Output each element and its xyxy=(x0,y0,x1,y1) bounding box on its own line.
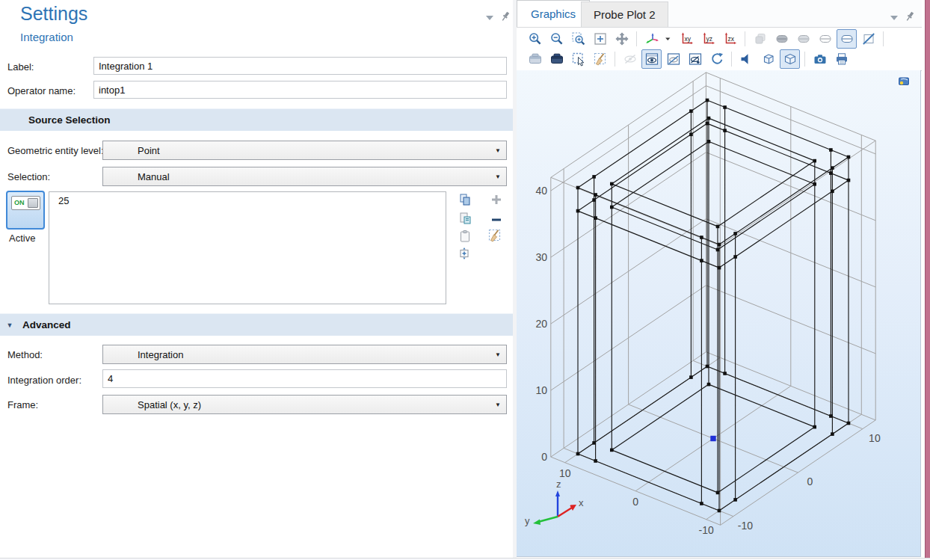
clear-selection-button[interactable] xyxy=(487,228,504,244)
svg-text:zx: zx xyxy=(727,35,734,43)
frame-select[interactable]: Spatial (x, y, z) ▼ xyxy=(102,395,507,414)
view-menu-chevron-icon xyxy=(664,31,674,46)
integration-order-caption: Integration order: xyxy=(7,375,81,386)
show-hidden-button[interactable] xyxy=(685,49,705,69)
orthographic-projection-button[interactable] xyxy=(758,49,778,69)
camera-snapshot-button[interactable] xyxy=(810,49,830,69)
zoom-in-icon xyxy=(528,31,543,46)
label-input[interactable] xyxy=(93,57,507,75)
scene-light-button[interactable] xyxy=(772,29,792,49)
print-button[interactable] xyxy=(831,49,852,69)
hide-selected-button[interactable] xyxy=(620,49,640,69)
scene-light-icon xyxy=(775,31,789,46)
view-hidden-button[interactable] xyxy=(663,49,683,69)
source-selection-header[interactable]: Source Selection xyxy=(0,108,513,131)
frame-caption: Frame: xyxy=(7,399,38,410)
z-axis-tick-label: 10 xyxy=(535,384,547,396)
method-caption: Method: xyxy=(7,349,43,360)
panel-menu-chevron-icon[interactable] xyxy=(484,11,495,25)
paste-selection-icon xyxy=(458,211,472,226)
view-zx-icon: zx xyxy=(723,31,738,46)
svg-text:z: z xyxy=(556,479,561,490)
method-select[interactable]: Integration ▼ xyxy=(102,345,507,364)
no-rendering-button[interactable] xyxy=(858,29,878,49)
view-xy-button[interactable]: xy xyxy=(677,29,697,49)
toolbar-separator xyxy=(636,31,637,46)
reset-hiding-button[interactable] xyxy=(706,49,727,69)
camera-snapshot-icon xyxy=(813,52,828,67)
toolbar-separator xyxy=(883,31,884,46)
sound-button[interactable] xyxy=(736,49,757,69)
transparency-button[interactable] xyxy=(793,29,813,49)
add-to-selection-button[interactable] xyxy=(489,192,505,209)
active-toggle-button[interactable]: ON xyxy=(6,191,45,230)
collapse-triangle-icon: ▼ xyxy=(0,321,19,329)
zoom-selected-button[interactable] xyxy=(568,29,588,49)
integration-order-input[interactable] xyxy=(102,369,507,388)
chevron-down-icon: ▼ xyxy=(495,173,501,180)
copy-selection-button[interactable] xyxy=(458,192,474,209)
collapsed-side-panel-strip[interactable] xyxy=(925,0,930,560)
selection-select[interactable]: Manual ▼ xyxy=(102,167,507,186)
go-to-default-view-button[interactable] xyxy=(641,29,662,49)
pin-icon[interactable] xyxy=(499,10,511,25)
chevron-down-icon: ▼ xyxy=(495,147,501,154)
view-unhidden-button[interactable] xyxy=(641,49,662,69)
comsol-logo-icon[interactable] xyxy=(897,76,911,87)
geometric-entity-select[interactable]: Point ▼ xyxy=(102,141,507,160)
toggle-knob xyxy=(28,198,38,208)
paste-selection-button[interactable] xyxy=(458,211,474,227)
view-zx-button[interactable]: zx xyxy=(720,29,740,49)
view-menu-chevron-button[interactable] xyxy=(663,29,675,49)
zoom-to-selection-button[interactable] xyxy=(457,246,473,262)
select-box-button[interactable] xyxy=(568,49,588,69)
operator-name-caption: Operator name: xyxy=(7,85,76,96)
clipboard-button[interactable] xyxy=(458,229,474,245)
remove-from-selection-button[interactable] xyxy=(489,212,505,229)
wireframe-button[interactable] xyxy=(815,29,835,49)
tab-probe-plot-2[interactable]: Probe Plot 2 xyxy=(581,1,668,27)
view-yz-icon: yz xyxy=(701,31,716,46)
z-axis-tick-label: 30 xyxy=(535,251,547,263)
zoom-out-button[interactable] xyxy=(546,29,567,49)
outline-button[interactable] xyxy=(837,29,857,49)
toolbar-separator xyxy=(804,52,805,67)
selection-list[interactable]: 25 xyxy=(49,191,446,304)
graphics-canvas[interactable]: 010203040-10010100-10 z x y xyxy=(517,70,921,557)
clear-selection-box-icon xyxy=(593,52,608,67)
zoom-extents-button[interactable] xyxy=(590,29,610,49)
clear-selection-box-button[interactable] xyxy=(590,49,610,69)
zoom-to-selection-icon xyxy=(457,246,472,261)
image-snapshot-button[interactable] xyxy=(525,49,545,69)
go-to-default-view-icon xyxy=(644,31,659,46)
panel-menu-chevron-icon[interactable] xyxy=(889,11,899,25)
zoom-in-button[interactable] xyxy=(525,29,545,49)
pan-button[interactable] xyxy=(612,29,632,49)
geometry-edges xyxy=(578,100,849,511)
zoom-extents-icon xyxy=(593,31,608,46)
geometric-entity-caption: Geometric entity level: xyxy=(7,145,104,156)
chevron-down-icon: ▼ xyxy=(495,401,501,408)
z-axis-tick-label: 0 xyxy=(541,451,547,463)
advanced-header[interactable]: ▼ Advanced xyxy=(0,313,513,336)
zoom-out-icon xyxy=(549,31,564,46)
remove-from-selection-icon xyxy=(489,212,504,227)
record-animation-button[interactable] xyxy=(546,49,567,69)
clipboard-icon xyxy=(458,229,472,244)
pin-icon[interactable] xyxy=(904,10,916,25)
tab-graphics[interactable]: Graphics xyxy=(517,0,590,27)
z-axis-tick-label: 40 xyxy=(535,185,547,197)
graphics-tabbar: Graphics Probe Plot 2 xyxy=(517,0,922,28)
operator-name-input[interactable] xyxy=(93,81,507,99)
3d-plot[interactable]: 010203040-10010100-10 z x y xyxy=(517,70,921,557)
svg-text:y: y xyxy=(525,515,530,526)
selected-point-marker[interactable] xyxy=(710,436,715,441)
x-axis-tick-label: -10 xyxy=(738,520,753,532)
copy-image-button[interactable] xyxy=(750,29,770,49)
perspective-projection-button[interactable] xyxy=(780,49,800,69)
svg-text:x: x xyxy=(579,497,584,508)
selection-list-item[interactable]: 25 xyxy=(49,192,446,206)
label-caption: Label: xyxy=(7,61,34,73)
view-yz-button[interactable]: yz xyxy=(698,29,718,49)
settings-panel: Settings Integration Label: Operator nam… xyxy=(0,0,513,558)
